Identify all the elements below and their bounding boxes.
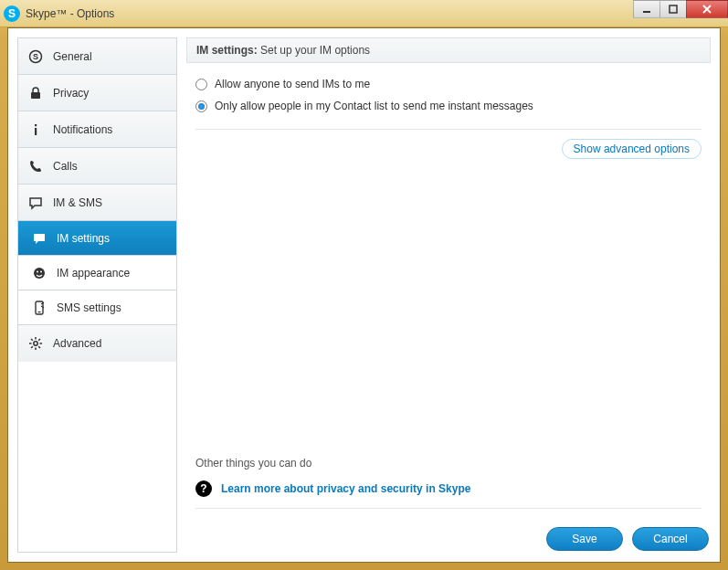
other-things-title: Other things you can do <box>195 457 702 470</box>
content-body: Allow anyone to send IMs to me Only allo… <box>186 63 711 518</box>
svg-rect-6 <box>35 128 37 135</box>
sidebar-item-im-sms[interactable]: IM & SMS <box>18 185 176 221</box>
sidebar-item-label: Notifications <box>53 123 112 136</box>
gear-icon <box>27 335 44 352</box>
smile-icon <box>31 265 47 281</box>
svg-rect-4 <box>31 92 40 99</box>
sidebar-item-label: Privacy <box>53 87 89 100</box>
sms-icon <box>31 300 47 316</box>
sidebar-item-advanced[interactable]: Advanced <box>18 325 176 362</box>
advanced-row: Show advanced options <box>195 139 702 159</box>
svg-point-8 <box>37 270 38 272</box>
sidebar-item-im-appearance[interactable]: IM appearance <box>18 256 176 290</box>
svg-rect-5 <box>35 124 37 126</box>
svg-line-19 <box>31 346 33 348</box>
svg-point-9 <box>40 270 42 272</box>
titlebar[interactable]: S Skype™ - Options <box>0 0 728 27</box>
sidebar-item-label: IM & SMS <box>53 196 102 209</box>
sidebar-item-privacy[interactable]: Privacy <box>18 75 176 111</box>
close-button[interactable] <box>686 0 728 18</box>
sidebar-item-notifications[interactable]: Notifications <box>18 111 176 148</box>
radio-label: Only allow people in my Contact list to … <box>215 100 533 112</box>
minimize-button[interactable] <box>633 0 660 18</box>
main-area: S General Privacy Notifications <box>17 37 711 553</box>
svg-rect-0 <box>643 11 650 13</box>
divider <box>195 129 702 130</box>
lock-icon <box>27 85 44 101</box>
svg-rect-11 <box>38 311 41 312</box>
svg-line-18 <box>38 346 40 348</box>
sidebar-item-calls[interactable]: Calls <box>18 148 176 185</box>
learn-more-link[interactable]: Learn more about privacy and security in… <box>221 482 470 495</box>
svg-point-7 <box>34 268 45 279</box>
learn-more-row: ? Learn more about privacy and security … <box>195 480 702 497</box>
maximize-button[interactable] <box>659 0 687 18</box>
content-panel: IM settings: Set up your IM options Allo… <box>186 37 711 553</box>
spacer <box>195 159 702 457</box>
radio-icon <box>195 79 207 90</box>
sidebar-item-label: SMS settings <box>57 301 121 314</box>
bubble-icon <box>27 195 44 211</box>
sidebar-item-label: Calls <box>53 160 78 173</box>
chat-icon <box>31 230 47 247</box>
divider <box>195 508 702 509</box>
cancel-button[interactable]: Cancel <box>632 527 709 551</box>
skype-icon: S <box>27 48 44 65</box>
help-icon: ? <box>195 480 212 497</box>
app-icon: S <box>4 5 20 22</box>
content-header: IM settings: Set up your IM options <box>186 37 711 63</box>
window-controls <box>634 0 728 18</box>
svg-rect-1 <box>670 5 677 13</box>
sidebar-item-label: IM appearance <box>57 267 130 280</box>
dialog-buttons: Save Cancel <box>186 518 711 553</box>
radio-allow-anyone[interactable]: Allow anyone to send IMs to me <box>195 78 702 90</box>
radio-label: Allow anyone to send IMs to me <box>215 78 370 90</box>
window-title: Skype™ - Options <box>26 7 114 20</box>
content-header-subtitle: Set up your IM options <box>258 44 370 57</box>
sidebar-item-label: Advanced <box>53 337 101 350</box>
svg-line-17 <box>31 339 33 341</box>
show-advanced-options-link[interactable]: Show advanced options <box>562 139 702 159</box>
window-frame: S Skype™ - Options S General <box>0 0 728 570</box>
radio-icon <box>195 100 207 112</box>
sidebar-item-sms-settings[interactable]: SMS settings <box>18 290 176 325</box>
sidebar-item-label: General <box>53 50 92 63</box>
phone-icon <box>27 158 44 174</box>
radio-only-contacts[interactable]: Only allow people in my Contact list to … <box>195 100 702 112</box>
app-icon-letter: S <box>8 7 16 20</box>
sidebar: S General Privacy Notifications <box>17 37 177 553</box>
sidebar-item-im-settings[interactable]: IM settings <box>18 221 176 256</box>
info-icon <box>27 121 44 138</box>
client-area: S General Privacy Notifications <box>7 27 721 563</box>
sidebar-item-label: IM settings <box>57 232 110 245</box>
content-header-title: IM settings: <box>196 44 258 57</box>
svg-text:S: S <box>33 52 38 61</box>
save-button[interactable]: Save <box>546 527 623 551</box>
svg-point-12 <box>34 342 37 345</box>
svg-line-20 <box>38 339 40 341</box>
sidebar-item-general[interactable]: S General <box>18 38 176 75</box>
